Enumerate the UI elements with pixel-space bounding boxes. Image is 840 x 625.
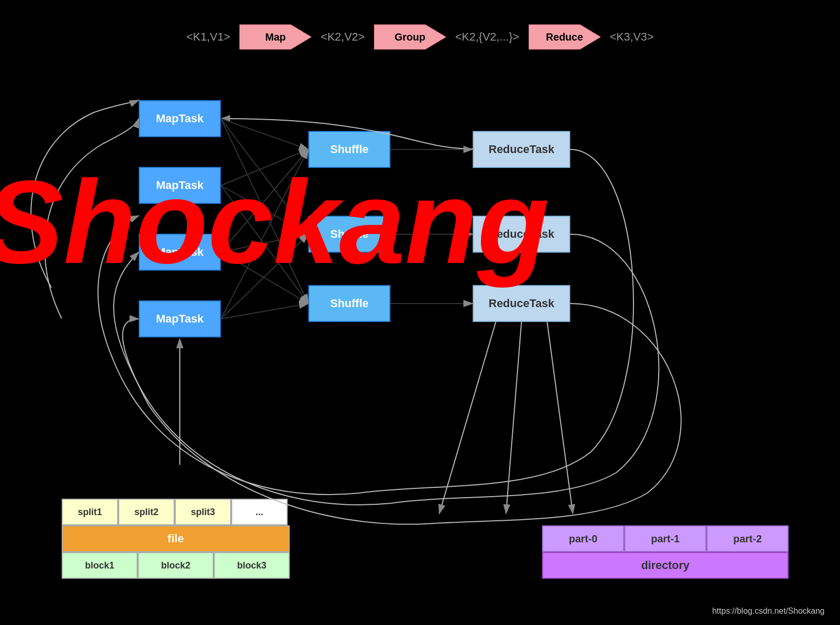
file-cell: file <box>62 525 290 552</box>
svg-line-9 <box>221 185 308 234</box>
part0-cell: part-0 <box>542 525 624 552</box>
pipeline-label-k2v2-set: <K2,{V2,...}> <box>446 30 529 44</box>
group-arrow-label: Group <box>395 31 425 43</box>
split3-cell: split3 <box>175 499 231 525</box>
splits-more-cell: ... <box>231 499 288 525</box>
svg-line-12 <box>221 234 308 252</box>
splits-row: split1 split2 split3 ... <box>62 499 290 525</box>
map-arrow-label: Map <box>265 31 286 43</box>
block1-cell: block1 <box>62 552 138 579</box>
svg-line-20 <box>439 322 496 514</box>
block3-cell: block3 <box>214 552 290 579</box>
maptask-3: MapTask <box>139 234 221 271</box>
svg-line-5 <box>221 119 308 149</box>
map-arrow: Map <box>239 21 311 53</box>
shuffle-2: Shuffle <box>308 216 390 253</box>
footer-url: https://blog.csdn.net/Shockang <box>712 607 825 616</box>
output-section: part-0 part-1 part-2 directory <box>542 525 789 579</box>
directory-row: directory <box>542 552 789 579</box>
svg-line-21 <box>506 322 521 514</box>
watermark: Shockang <box>0 154 549 290</box>
svg-line-7 <box>221 119 308 304</box>
svg-line-11 <box>221 149 308 252</box>
svg-line-16 <box>221 304 308 319</box>
part1-cell: part-1 <box>624 525 706 552</box>
maptask-2: MapTask <box>139 167 221 204</box>
svg-line-6 <box>221 119 308 234</box>
maptask-1: MapTask <box>139 100 221 137</box>
reducetask-3: ReduceTask <box>473 285 570 322</box>
part2-cell: part-2 <box>706 525 789 552</box>
parts-row: part-0 part-1 part-2 <box>542 525 789 552</box>
reducetask-1: ReduceTask <box>473 131 570 168</box>
blocks-row: block1 block2 block3 <box>62 552 290 579</box>
svg-line-10 <box>221 185 308 304</box>
svg-line-13 <box>221 252 308 304</box>
group-arrow: Group <box>374 21 446 53</box>
split2-cell: split2 <box>118 499 175 525</box>
pipeline-label-k3v3: <K3,V3> <box>601 30 663 44</box>
pipeline-label-k1v1: <K1,V1> <box>177 30 240 44</box>
directory-cell: directory <box>542 552 789 579</box>
reduce-arrow-label: Reduce <box>546 31 583 43</box>
svg-line-8 <box>221 149 308 185</box>
file-row: file <box>62 525 290 552</box>
maptask-4: MapTask <box>139 300 221 337</box>
split1-cell: split1 <box>62 499 118 525</box>
reduce-arrow: Reduce <box>529 21 601 53</box>
file-section: split1 split2 split3 ... file block1 blo… <box>62 499 290 579</box>
svg-line-15 <box>221 234 308 319</box>
reducetask-2: ReduceTask <box>473 216 570 253</box>
shuffle-1: Shuffle <box>308 131 390 168</box>
pipeline-label-k2v2: <K2,V2> <box>311 30 374 44</box>
svg-line-14 <box>221 149 308 319</box>
pipeline-header: <K1,V1> Map <K2,V2> Group <K2,{V2,...}> … <box>0 21 840 53</box>
svg-line-22 <box>547 322 573 514</box>
block2-cell: block2 <box>138 552 214 579</box>
shuffle-3: Shuffle <box>308 285 390 322</box>
